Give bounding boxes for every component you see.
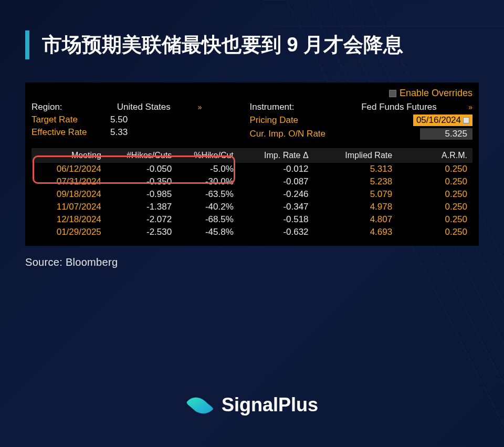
- fed-meetings-table: Meeting #Hikes/Cuts %Hike/Cut Imp. Rate …: [32, 148, 472, 238]
- bloomberg-terminal-panel: Enable Overrides Region: United States »…: [25, 82, 479, 246]
- pricing-date-label: Pricing Date: [249, 115, 354, 126]
- source-citation: Source: Bloomberg: [25, 256, 479, 268]
- cell-imp-rate-delta: -0.087: [239, 175, 314, 188]
- enable-overrides-label: Enable Overrides: [400, 88, 472, 99]
- cell-imp-rate-delta: -0.518: [239, 213, 314, 226]
- col-header-arm: A.R.M.: [397, 148, 472, 163]
- cell-pct-hike-cut: -5.0%: [177, 163, 239, 175]
- cell-implied-rate: 5.079: [314, 188, 398, 201]
- cell-implied-rate: 4.693: [314, 226, 398, 238]
- cell-arm: 0.250: [397, 188, 472, 201]
- col-header-hikes-cuts: #Hikes/Cuts: [107, 148, 177, 163]
- cell-meeting: 07/31/2024: [32, 175, 107, 188]
- table-header-row: Meeting #Hikes/Cuts %Hike/Cut Imp. Rate …: [32, 148, 472, 163]
- cell-arm: 0.250: [397, 226, 472, 238]
- cell-meeting: 11/07/2024: [32, 201, 107, 213]
- cell-arm: 0.250: [397, 201, 472, 213]
- table-row: 09/18/2024-0.985-63.5%-0.2465.0790.250: [32, 188, 472, 201]
- cell-meeting: 01/29/2025: [32, 226, 107, 238]
- cell-pct-hike-cut: -68.5%: [177, 213, 239, 226]
- pricing-date-value: 05/16/2024: [416, 115, 461, 126]
- cell-meeting: 12/18/2024: [32, 213, 107, 226]
- target-rate-value: 5.50: [110, 115, 128, 125]
- cell-meeting: 06/12/2024: [32, 163, 107, 175]
- cell-hikes-cuts: -0.050: [107, 163, 177, 175]
- col-header-imp-rate-delta: Imp. Rate Δ: [239, 148, 314, 163]
- table-row: 11/07/2024-1.387-40.2%-0.3474.9780.250: [32, 201, 472, 213]
- cell-arm: 0.250: [397, 213, 472, 226]
- chevron-right-icon: »: [198, 103, 202, 111]
- cell-hikes-cuts: -0.350: [107, 175, 177, 188]
- cur-imp-rate-value: 5.325: [420, 128, 472, 140]
- region-value: United States: [117, 102, 196, 112]
- cell-implied-rate: 4.807: [314, 213, 398, 226]
- instrument-value: Fed Funds Futures: [361, 102, 466, 112]
- cur-imp-rate-label: Cur. Imp. O/N Rate: [249, 129, 354, 139]
- effective-rate-value: 5.33: [110, 127, 128, 138]
- brand-logo: SignalPlus: [0, 393, 504, 417]
- col-header-meeting: Meeting: [32, 148, 107, 163]
- cell-pct-hike-cut: -30.0%: [177, 175, 239, 188]
- cell-hikes-cuts: -0.985: [107, 188, 177, 201]
- enable-overrides-checkbox[interactable]: [389, 90, 396, 97]
- cell-hikes-cuts: -1.387: [107, 201, 177, 213]
- signalplus-logo-icon: [186, 393, 214, 417]
- cell-implied-rate: 5.238: [314, 175, 398, 188]
- cell-arm: 0.250: [397, 175, 472, 188]
- col-header-implied-rate: Implied Rate: [314, 148, 398, 163]
- brand-name: SignalPlus: [222, 394, 318, 416]
- col-header-pct-hike-cut: %Hike/Cut: [177, 148, 239, 163]
- cell-imp-rate-delta: -0.347: [239, 201, 314, 213]
- page-title: 市场预期美联储最快也要到 9 月才会降息: [42, 30, 479, 59]
- cell-meeting: 09/18/2024: [32, 188, 107, 201]
- region-selector[interactable]: Region: United States »: [32, 102, 228, 112]
- pricing-date-input[interactable]: 05/16/2024: [413, 115, 472, 126]
- cell-pct-hike-cut: -63.5%: [177, 188, 239, 201]
- cell-imp-rate-delta: -0.012: [239, 163, 314, 175]
- instrument-label: Instrument:: [249, 102, 354, 112]
- table-row: 01/29/2025-2.530-45.8%-0.6324.6930.250: [32, 226, 472, 238]
- cell-pct-hike-cut: -40.2%: [177, 201, 239, 213]
- region-label: Region:: [32, 102, 110, 112]
- cell-imp-rate-delta: -0.632: [239, 226, 314, 238]
- table-row: 06/12/2024-0.050-5.0%-0.0125.3130.250: [32, 163, 472, 175]
- title-container: 市场预期美联储最快也要到 9 月才会降息: [25, 30, 479, 59]
- cell-arm: 0.250: [397, 163, 472, 175]
- effective-rate-label: Effective Rate: [32, 127, 110, 138]
- cell-imp-rate-delta: -0.246: [239, 188, 314, 201]
- cell-hikes-cuts: -2.530: [107, 226, 177, 238]
- table-row: 07/31/2024-0.350-30.0%-0.0875.2380.250: [32, 175, 472, 188]
- cell-implied-rate: 4.978: [314, 201, 398, 213]
- cell-pct-hike-cut: -45.8%: [177, 226, 239, 238]
- chevron-right-icon: »: [468, 103, 472, 111]
- cell-implied-rate: 5.313: [314, 163, 398, 175]
- calendar-icon: [463, 117, 469, 123]
- instrument-selector[interactable]: Instrument: Fed Funds Futures »: [249, 102, 472, 112]
- cell-hikes-cuts: -2.072: [107, 213, 177, 226]
- target-rate-label: Target Rate: [32, 115, 110, 125]
- table-row: 12/18/2024-2.072-68.5%-0.5184.8070.250: [32, 213, 472, 226]
